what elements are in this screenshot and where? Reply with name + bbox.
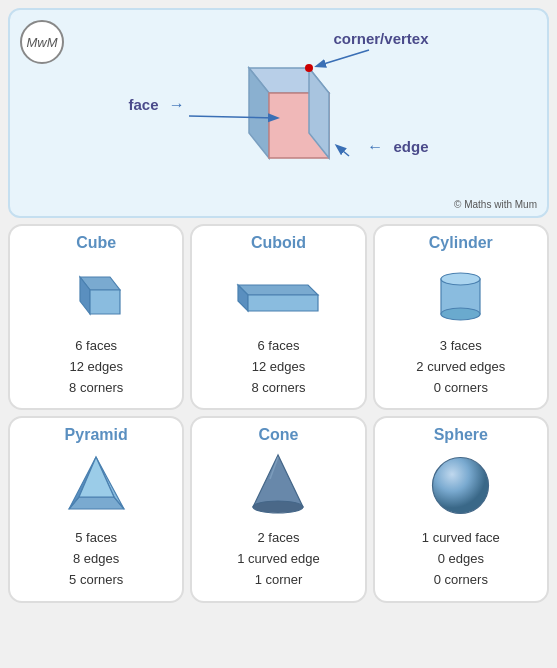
- sphere-icon: [428, 450, 493, 520]
- cone-icon: [248, 450, 308, 520]
- sphere-title: Sphere: [434, 426, 488, 444]
- cuboid-title: Cuboid: [251, 234, 306, 252]
- face-label: face →: [129, 96, 185, 114]
- svg-point-24: [433, 457, 489, 513]
- diagram-section: MwM corner/vertex face → ← edge: [8, 8, 549, 218]
- sphere-card: Sphere 1 curved face 0 edges 0 corners: [373, 416, 549, 602]
- cylinder-icon: [433, 258, 488, 328]
- cube-title: Cube: [76, 234, 116, 252]
- pyramid-facts: 5 faces 8 edges 5 corners: [69, 528, 123, 590]
- svg-point-16: [441, 273, 480, 285]
- cylinder-card: Cylinder 3 faces 2 curved edges 0 corner…: [373, 224, 549, 410]
- svg-marker-20: [79, 457, 114, 497]
- cuboid-card: Cuboid 6 faces 12 edges 8 corners: [190, 224, 366, 410]
- svg-marker-13: [248, 295, 318, 311]
- svg-point-22: [253, 501, 303, 513]
- cone-title: Cone: [258, 426, 298, 444]
- cylinder-title: Cylinder: [429, 234, 493, 252]
- sphere-facts: 1 curved face 0 edges 0 corners: [422, 528, 500, 590]
- logo: MwM: [20, 20, 64, 64]
- edge-label: ← edge: [367, 138, 428, 156]
- cube-facts: 6 faces 12 edges 8 corners: [69, 336, 123, 398]
- cube-diagram: corner/vertex face → ← edge: [129, 28, 429, 208]
- shapes-grid-row2: Pyramid 5 faces 8 edges 5 corners Cone: [8, 416, 549, 602]
- pyramid-icon: [59, 450, 134, 520]
- cone-facts: 2 faces 1 curved edge 1 corner: [237, 528, 319, 590]
- cube-card: Cube 6 faces 12 edges 8 corners: [8, 224, 184, 410]
- pyramid-card: Pyramid 5 faces 8 edges 5 corners: [8, 416, 184, 602]
- cuboid-icon: [233, 258, 323, 328]
- cone-card: Cone 2 faces 1 curved edge 1 corner: [190, 416, 366, 602]
- cylinder-facts: 3 faces 2 curved edges 0 corners: [416, 336, 505, 398]
- pyramid-title: Pyramid: [65, 426, 128, 444]
- cube-illustration: [209, 48, 349, 188]
- svg-point-4: [305, 64, 313, 72]
- cube-icon: [65, 258, 127, 328]
- cuboid-facts: 6 faces 12 edges 8 corners: [251, 336, 305, 398]
- svg-marker-10: [90, 290, 120, 314]
- shapes-grid-row1: Cube 6 faces 12 edges 8 corners Cuboid 6…: [8, 224, 549, 410]
- copyright: © Maths with Mum: [454, 199, 537, 210]
- svg-marker-21: [253, 455, 303, 507]
- corner-label: corner/vertex: [333, 30, 428, 47]
- svg-marker-11: [238, 285, 318, 295]
- svg-point-15: [441, 308, 480, 320]
